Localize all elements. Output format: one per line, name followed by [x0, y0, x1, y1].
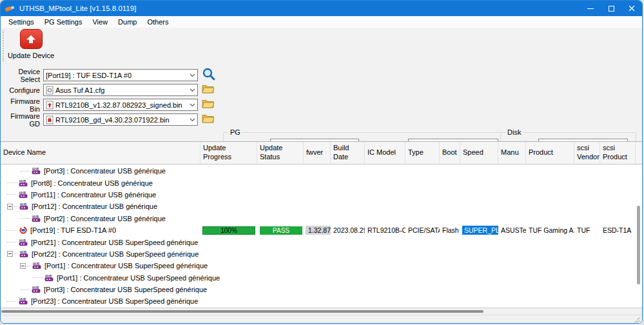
combobox-value: RTL9210B_gd_v4.30.23.071922.bin — [55, 116, 188, 124]
search-device-button[interactable] — [202, 67, 216, 84]
horizontal-scrollbar[interactable] — [1, 309, 643, 314]
table-row[interactable]: HUB[Port22] : Concentrateur USB SuperSpe… — [1, 248, 643, 260]
close-button[interactable] — [621, 1, 642, 16]
configure-combobox[interactable]: Asus Tuf A1.cfg — [43, 84, 198, 96]
menu-bar: SettingsPG SettingsViewDumpOthers — [1, 16, 642, 28]
update-device-label: Update Device — [8, 52, 54, 59]
folder-icon — [202, 99, 215, 111]
cell-boot: Flash — [440, 224, 460, 236]
browse-file-button[interactable] — [202, 84, 215, 96]
column-header-scsi-vendor[interactable]: scsi Vendor — [574, 142, 600, 164]
column-header-update-progress[interactable]: Update Progress — [200, 142, 257, 164]
combobox-value: [Port19] : TUF ESD-T1A #0 — [46, 72, 188, 79]
column-header-build-date[interactable]: Build Date — [331, 142, 365, 164]
table-row[interactable]: HUB[Port11] : Concentrateur USB génériqu… — [1, 189, 643, 201]
table-row[interactable]: HUB[Port1] : Concentrateur USB SuperSpee… — [1, 272, 643, 284]
form-field-label: Firmware GD — [1, 112, 43, 128]
cell-ic_model: RTL9210B-CG — [365, 224, 405, 236]
update-device-icon — [20, 29, 43, 49]
disk-group-title: Disk — [506, 128, 522, 136]
device-table-body: HUB[Port3] : Concentrateur USB générique… — [1, 165, 643, 308]
hub-icon: HUB — [32, 286, 41, 293]
hub-icon: HUB — [32, 262, 42, 270]
menu-item-settings[interactable]: Settings — [3, 18, 39, 26]
svg-text:HUB: HUB — [20, 203, 27, 206]
title-bar: UTHSB_MPtool_Lite [v1.15.8.0119] — [1, 1, 642, 16]
horizontal-scrollbar-thumb[interactable] — [1, 310, 483, 313]
column-header-device-name[interactable]: Device Name — [1, 142, 200, 164]
menu-item-pg-settings[interactable]: PG Settings — [39, 18, 88, 26]
combobox-value: RTL9210B_v1.32.87.082923_signed.bin — [55, 101, 188, 109]
hub-icon: HUB — [19, 191, 28, 199]
device-name-label: [Port11] : Concentrateur USB générique — [31, 191, 156, 199]
chevron-down-icon — [188, 103, 195, 107]
tree-connector-line — [7, 230, 17, 231]
column-header-type[interactable]: Type — [405, 142, 440, 164]
progress-bar: 100% — [202, 226, 255, 235]
minimize-button[interactable] — [580, 1, 601, 16]
cell-product: TUF Gaming A1 — [526, 224, 574, 236]
table-row[interactable]: HUB[Port2] : Concentrateur USB générique — [1, 213, 643, 224]
table-row[interactable]: HUB[Port21] : Concentrateur USB SuperSpe… — [1, 236, 643, 248]
cell-type: PCIE/SATA — [405, 224, 440, 236]
device-name-label: [Port1] : Concentrateur USB SuperSpeed g… — [57, 274, 220, 282]
column-header-speed[interactable]: Speed — [460, 142, 498, 164]
table-row[interactable]: HUB[Port23] : Concentrateur USB SuperSpe… — [1, 295, 643, 307]
tree-collapse-toggle[interactable] — [7, 204, 13, 210]
toolbar-gripper[interactable] — [3, 30, 4, 61]
column-header-scsi-product[interactable]: scsi Product — [600, 142, 636, 164]
firmware-gd-combobox[interactable]: RTL9210B_gd_v4.30.23.071922.bin — [43, 113, 198, 126]
form-panel: Device Select[Port19] : TUF ESD-T1A #0Co… — [1, 64, 642, 141]
table-row[interactable]: HUB[Port3] : Concentrateur USB générique — [1, 165, 643, 177]
column-header-ic-model[interactable]: IC Model — [365, 142, 405, 164]
menu-item-view[interactable]: View — [87, 18, 113, 26]
menu-item-dump[interactable]: Dump — [113, 18, 142, 26]
hub-icon: HUB — [19, 179, 28, 187]
column-header-update-status[interactable]: Update Status — [257, 142, 304, 164]
device-name-label: [Port1] : Concentrateur USB SuperSpeed g… — [44, 262, 208, 270]
form-row-device-select: Device Select[Port19] : TUF ESD-T1A #0 — [1, 69, 216, 81]
device-name-label: [Port3] : Concentrateur USB générique — [44, 167, 166, 175]
tree-connector-line — [27, 266, 31, 266]
form-row-firmware-bin: Firmware BinRTL9210B_v1.32.87.082923_sig… — [1, 99, 215, 111]
menu-item-others[interactable]: Others — [142, 18, 173, 26]
cell-manu: ASUSTek — [498, 224, 526, 236]
form-field-label: Firmware Bin — [1, 97, 43, 113]
combobox-value: Asus Tuf A1.cfg — [55, 86, 188, 94]
app-window: UTHSB_MPtool_Lite [v1.15.8.0119] Setting… — [0, 0, 643, 324]
column-header-fwver[interactable]: fwver — [304, 142, 331, 164]
tree-collapse-toggle[interactable] — [20, 263, 26, 269]
table-row[interactable]: HUB[Port1] : Concentrateur USB SuperSpee… — [1, 260, 643, 271]
browse-file-button[interactable] — [202, 99, 215, 111]
form-field-label: Configure — [1, 86, 43, 94]
vertical-scrollbar[interactable] — [637, 206, 640, 284]
column-header-boot[interactable]: Boot — [440, 142, 460, 164]
browse-file-button[interactable] — [202, 113, 215, 126]
form-row-configure: ConfigureAsus Tuf A1.cfg — [1, 84, 215, 96]
column-header-product[interactable]: Product — [526, 142, 574, 164]
resize-grip[interactable] — [634, 316, 640, 322]
hub-icon: HUB — [19, 250, 29, 258]
firmware-bin-combobox[interactable]: RTL9210B_v1.32.87.082923_signed.bin — [43, 99, 198, 111]
table-row[interactable]: HUB[Port12] : Concentrateur USB génériqu… — [1, 201, 643, 212]
device-name-label: [Port22] : Concentrateur USB SuperSpeed … — [32, 250, 199, 258]
hub-icon: HUB — [32, 215, 41, 222]
device-name-label: [Port19] : TUF ESD-T1A #0 — [30, 226, 116, 234]
tree-connector-line — [7, 182, 17, 183]
device-select-combobox[interactable]: [Port19] : TUF ESD-T1A #0 — [43, 69, 198, 81]
form-field-label: Device Select — [1, 68, 43, 83]
update-device-button[interactable]: Update Device — [6, 29, 56, 59]
tree-connector-line — [7, 301, 17, 302]
maximize-button[interactable] — [601, 1, 621, 16]
status-badge: PASS — [260, 226, 302, 235]
tree-collapse-toggle[interactable] — [7, 251, 13, 257]
device-name-label: [Port3] : Concentrateur USB SuperSpeed g… — [44, 286, 207, 293]
hub-icon: HUB — [19, 297, 28, 305]
hub-icon: HUB — [19, 202, 29, 210]
column-header-manu[interactable]: Manu — [498, 142, 526, 164]
table-row[interactable]: HUB[Port3] : Concentrateur USB SuperSpee… — [1, 284, 643, 295]
table-row[interactable]: HUB[Port8] : Concentrateur USB générique — [1, 177, 643, 188]
device-name-label: [Port23] : Concentrateur USB SuperSpeed … — [31, 297, 198, 305]
tree-connector-line — [33, 277, 43, 278]
table-row[interactable]: [Port19] : TUF ESD-T1A #0100%PASS1.32.87… — [1, 224, 643, 236]
